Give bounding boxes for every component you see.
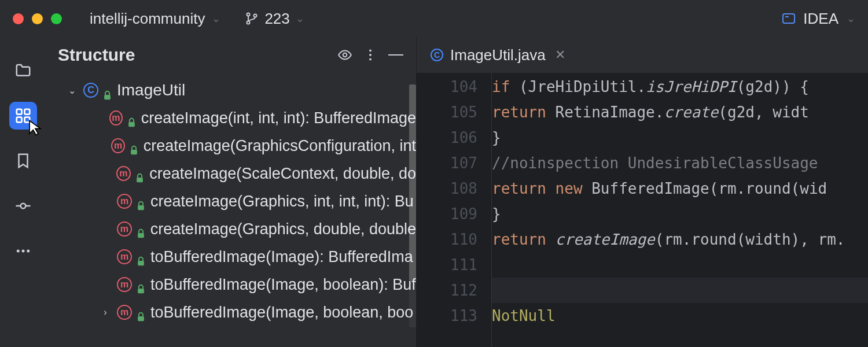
structure-tool-button[interactable] [9,102,37,130]
code-line[interactable] [492,278,868,303]
svg-rect-21 [138,261,144,265]
code-line[interactable]: } [492,125,868,150]
panel-options-button[interactable] [362,46,379,64]
tree-method-node[interactable]: mcreateImage(ScaleContext, double, do [57,160,416,187]
minimize-icon [388,54,403,56]
project-selector[interactable]: intellij-community ⌄ [90,10,220,28]
lock-icon [137,225,145,233]
code-line[interactable]: if (JreHiDpiUtil.isJreHiDPI(g2d)) { [492,74,868,99]
lock-icon [130,142,138,150]
svg-rect-22 [138,289,144,293]
method-badge-icon: m [117,277,132,292]
tree-class-node[interactable]: ⌄ C ImageUtil [57,76,416,104]
line-number: 112 [417,278,477,303]
bookmarks-tool-button[interactable] [9,147,37,175]
svg-rect-18 [137,178,143,182]
svg-rect-23 [138,316,144,321]
line-number: 111 [417,252,477,278]
method-badge-icon: m [109,110,123,125]
lock-icon [137,253,145,261]
chevron-down-icon[interactable]: ⌄ [66,85,78,96]
svg-rect-16 [128,122,135,127]
scrollbar-thumb[interactable] [409,84,416,281]
tree-method-node[interactable]: ›mtoBufferedImage(Image, boolean, boo [57,298,416,326]
project-name: intellij-community [90,10,205,28]
svg-point-13 [369,54,372,56]
structure-scrollbar[interactable] [409,84,416,327]
structure-tree: ⌄ C ImageUtil mcreateImage(int, int, int… [46,76,416,326]
close-tab-button[interactable]: ✕ [555,47,565,62]
minimize-panel-button[interactable] [387,46,404,64]
editor-tab[interactable]: C ImageUtil.java ✕ [431,46,565,64]
line-number: 107 [417,150,477,176]
product-name: IDEA [803,10,838,28]
tree-method-node[interactable]: mcreateImage(Graphics, int, int, int): B… [57,187,416,215]
ide-icon [782,13,795,24]
method-signature: toBufferedImage(Image, boolean): Buf [150,276,416,294]
method-badge-icon: m [117,305,132,320]
class-badge-icon: C [431,49,443,61]
fullscreen-window-icon[interactable] [51,13,62,24]
code-line[interactable]: return createImage(rm.round(width), rm. [492,227,868,252]
svg-point-7 [21,204,26,209]
code-line[interactable]: //noinspection UndesirableClassUsage [492,150,868,176]
method-signature: toBufferedImage(Image): BufferedIma [150,248,413,266]
svg-point-0 [247,13,250,16]
method-badge-icon: m [117,249,132,264]
chevron-down-icon: ⌄ [847,12,855,25]
class-badge-icon: C [83,83,98,98]
method-badge-icon: m [116,166,131,181]
panel-title: Structure [58,45,328,65]
view-options-button[interactable] [336,46,354,64]
code-line[interactable] [492,252,868,278]
tree-method-node[interactable]: mcreateImage(GraphicsConfiguration, int [57,132,416,160]
tab-filename: ImageUtil.java [450,46,546,64]
svg-point-11 [343,53,347,57]
mouse-cursor-icon [27,119,44,136]
method-signature: createImage(Graphics, double, double [150,220,416,238]
structure-header: Structure [46,37,416,76]
left-tool-stripe [0,37,46,347]
folder-icon [14,62,32,79]
tree-method-node[interactable]: mtoBufferedImage(Image, boolean): Buf [57,271,416,298]
window-controls [13,13,62,24]
tree-method-node[interactable]: mtoBufferedImage(Image): BufferedIma [57,243,416,271]
code-text[interactable]: if (JreHiDpiUtil.isJreHiDPI(g2d)) {retur… [492,73,868,347]
vcs-branch-widget[interactable]: 223 ⌄ [245,10,304,28]
tree-method-node[interactable]: mcreateImage(Graphics, double, double [57,215,416,243]
close-window-icon[interactable] [13,13,24,24]
line-number: 110 [417,227,477,252]
structure-panel: Structure ⌄ C ImageUtil mcreateImage(int… [46,37,417,347]
line-number: 113 [417,303,477,328]
code-area[interactable]: 104105106107108109110111112113 if (JreHi… [417,73,868,347]
chevron-right-icon[interactable]: › [100,307,111,318]
lock-icon [135,169,144,178]
svg-point-2 [254,14,257,17]
editor: C ImageUtil.java ✕ 104105106107108109110… [417,37,868,347]
svg-point-14 [369,58,372,61]
minimize-window-icon[interactable] [32,13,43,24]
commit-tool-button[interactable] [9,192,37,220]
code-line[interactable]: return RetinaImage.create(g2d, widt [492,99,868,125]
lock-icon [127,114,135,122]
method-badge-icon: m [117,222,132,237]
svg-rect-3 [17,109,22,115]
class-name: ImageUtil [117,81,185,99]
code-line[interactable]: NotNull [492,303,868,328]
project-tool-button[interactable] [9,57,37,84]
title-bar: intellij-community ⌄ 223 ⌄ IDEA ⌄ [0,0,868,37]
svg-point-10 [27,250,30,253]
lock-icon [137,280,145,289]
more-tools-button[interactable] [9,237,37,265]
eye-icon [337,47,352,62]
code-line[interactable]: } [492,201,868,227]
bookmark-icon [14,152,32,169]
method-signature: createImage(GraphicsConfiguration, int [144,137,416,155]
method-badge-icon: m [111,138,124,153]
tree-method-node[interactable]: mcreateImage(int, int, int): BufferedIma… [57,104,416,132]
editor-tabs: C ImageUtil.java ✕ [417,37,868,73]
product-selector[interactable]: IDEA ⌄ [782,10,855,28]
chevron-down-icon: ⌄ [296,12,304,25]
code-line[interactable]: return new BufferedImage(rm.round(wid [492,176,868,201]
svg-rect-5 [17,117,22,123]
